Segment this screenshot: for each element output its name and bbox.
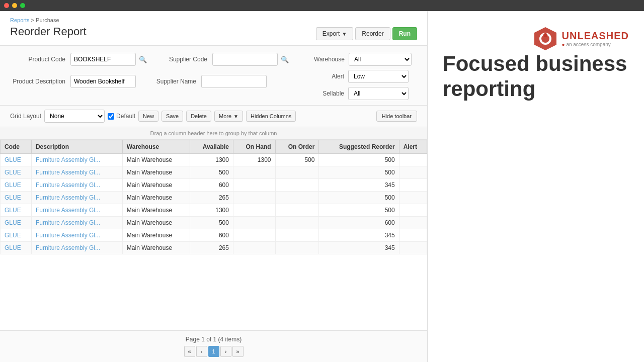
cell-alert: [399, 166, 427, 179]
right-panel: UNLEASHED ● an access company Focused bu…: [428, 11, 644, 362]
cell-alert: [399, 229, 427, 242]
page-1-button[interactable]: 1: [208, 346, 219, 357]
logo-area: UNLEASHED ● an access company: [533, 26, 629, 51]
cell-alert: [399, 179, 427, 192]
more-button[interactable]: More ▼: [214, 111, 243, 122]
grid-layout-select[interactable]: None: [44, 110, 105, 123]
cell-code[interactable]: GLUE: [1, 192, 32, 204]
breadcrumb-reports[interactable]: Reports: [10, 17, 30, 23]
cell-warehouse: Main Warehouse: [122, 166, 190, 179]
cell-available: 600: [190, 229, 233, 242]
drag-hint: Drag a column header here to group by th…: [0, 127, 427, 140]
cell-code[interactable]: GLUE: [1, 229, 32, 242]
supplier-name-input[interactable]: [201, 75, 267, 88]
warehouse-select[interactable]: All Main Warehouse: [349, 53, 412, 66]
cell-on-hand: [233, 242, 275, 254]
minimize-dot[interactable]: [12, 3, 17, 8]
cell-code[interactable]: GLUE: [1, 166, 32, 179]
new-button[interactable]: New: [138, 111, 158, 122]
default-checkbox[interactable]: [108, 113, 114, 120]
cell-alert: [399, 242, 427, 254]
table-row: GLUE Furniture Assembly Gl... Main Wareh…: [1, 192, 427, 204]
cell-warehouse: Main Warehouse: [122, 204, 190, 217]
logo-tagline: ● an access company: [562, 42, 629, 47]
cell-description[interactable]: Furniture Assembly Gl...: [31, 166, 122, 179]
cell-description[interactable]: Furniture Assembly Gl...: [31, 154, 122, 166]
cell-warehouse: Main Warehouse: [122, 242, 190, 254]
cell-description[interactable]: Furniture Assembly Gl...: [31, 217, 122, 229]
product-code-input[interactable]: [70, 53, 136, 66]
pagination-area: Page 1 of 1 (4 items) « ‹ 1 › »: [0, 330, 427, 362]
cell-on-order: [275, 192, 319, 204]
cell-description[interactable]: Furniture Assembly Gl...: [31, 179, 122, 192]
supplier-code-input[interactable]: [212, 53, 278, 66]
grid-toolbar: Grid Layout None Default New Save Delete…: [0, 106, 427, 127]
cell-code[interactable]: GLUE: [1, 217, 32, 229]
cell-on-order: [275, 204, 319, 217]
cell-suggested-reorder: 500: [319, 166, 399, 179]
first-page-button[interactable]: «: [184, 346, 195, 357]
close-dot[interactable]: [4, 3, 9, 8]
prev-page-button[interactable]: ‹: [196, 346, 207, 357]
supplier-code-search-icon[interactable]: 🔍: [281, 56, 289, 63]
cell-description[interactable]: Furniture Assembly Gl...: [31, 192, 122, 204]
supplier-name-label: Supplier Name: [141, 78, 196, 85]
marketing-line1: Focused business: [443, 51, 627, 76]
next-page-button[interactable]: ›: [220, 346, 231, 357]
table-row: GLUE Furniture Assembly Gl... Main Wareh…: [1, 179, 427, 192]
breadcrumb-separator: >: [31, 17, 36, 23]
cell-alert: [399, 154, 427, 166]
run-button[interactable]: Run: [392, 27, 417, 40]
page-info: Page 1 of 1 (4 items): [5, 336, 422, 343]
last-page-button[interactable]: »: [232, 346, 244, 357]
hide-toolbar-button[interactable]: Hide toolbar: [376, 111, 417, 122]
cell-on-hand: [233, 204, 275, 217]
cell-description[interactable]: Furniture Assembly Gl...: [31, 242, 122, 254]
table-row: GLUE Furniture Assembly Gl... Main Wareh…: [1, 166, 427, 179]
svg-marker-0: [534, 27, 556, 50]
cell-description[interactable]: Furniture Assembly Gl...: [31, 204, 122, 217]
col-suggested-reorder[interactable]: Suggested Reorder: [319, 140, 399, 154]
cell-available: 500: [190, 217, 233, 229]
cell-description[interactable]: Furniture Assembly Gl...: [31, 229, 122, 242]
header-area: Reports > Purchase Reorder Report Export…: [0, 11, 427, 46]
table-row: GLUE Furniture Assembly Gl... Main Wareh…: [1, 217, 427, 229]
col-code[interactable]: Code: [1, 140, 32, 154]
hidden-columns-button[interactable]: Hidden Columns: [246, 111, 296, 122]
table-row: GLUE Furniture Assembly Gl... Main Wareh…: [1, 229, 427, 242]
supplier-code-label: Supplier Code: [152, 56, 207, 63]
col-available[interactable]: Available: [190, 140, 233, 154]
unleashed-logo-icon: [533, 26, 558, 51]
marketing-text: Focused business reporting: [443, 51, 627, 102]
marketing-line2: reporting: [443, 76, 627, 102]
left-panel: Reports > Purchase Reorder Report Export…: [0, 11, 428, 362]
table-area: Drag a column header here to group by th…: [0, 127, 427, 330]
filter-area: Product Code 🔍 Supplier Code 🔍 Product D…: [0, 46, 427, 106]
export-button[interactable]: Export ▼: [316, 27, 354, 40]
cell-code[interactable]: GLUE: [1, 204, 32, 217]
warehouse-label: Warehouse: [314, 56, 345, 63]
col-on-order[interactable]: On Order: [275, 140, 319, 154]
cell-warehouse: Main Warehouse: [122, 217, 190, 229]
cell-available: 500: [190, 166, 233, 179]
product-code-search-icon[interactable]: 🔍: [139, 56, 147, 63]
product-desc-label: Product Description: [10, 78, 65, 85]
more-chevron-icon: ▼: [233, 114, 238, 119]
col-description[interactable]: Description: [31, 140, 122, 154]
product-desc-input[interactable]: [70, 75, 136, 88]
save-button[interactable]: Save: [162, 111, 183, 122]
cell-code[interactable]: GLUE: [1, 242, 32, 254]
cell-on-hand: [233, 179, 275, 192]
sellable-select[interactable]: All Yes No: [348, 87, 409, 100]
col-alert[interactable]: Alert: [399, 140, 427, 154]
cell-code[interactable]: GLUE: [1, 179, 32, 192]
delete-button[interactable]: Delete: [186, 111, 211, 122]
alert-select[interactable]: Low Medium High All: [348, 70, 409, 83]
cell-suggested-reorder: 500: [319, 154, 399, 166]
col-on-hand[interactable]: On Hand: [233, 140, 275, 154]
cell-code[interactable]: GLUE: [1, 154, 32, 166]
cell-on-hand: [233, 192, 275, 204]
maximize-dot[interactable]: [20, 3, 25, 8]
reorder-button[interactable]: Reorder: [355, 27, 390, 40]
col-warehouse[interactable]: Warehouse: [122, 140, 190, 154]
